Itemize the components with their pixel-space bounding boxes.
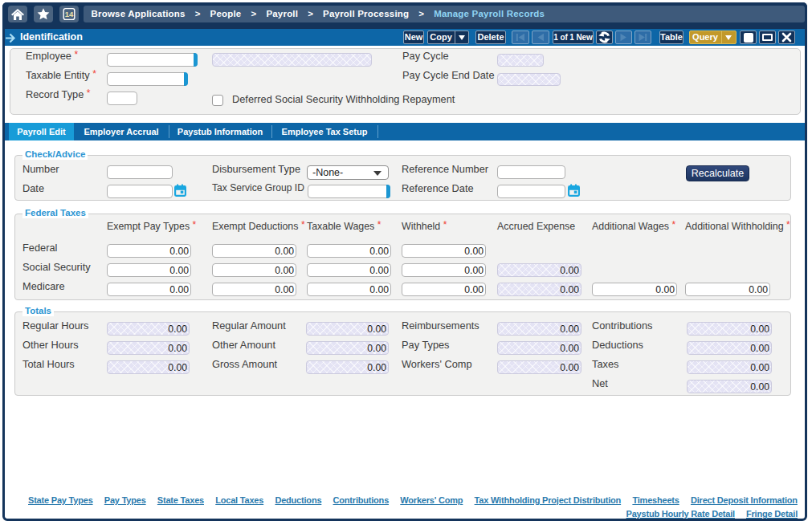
svg-text:14: 14 <box>64 10 73 18</box>
